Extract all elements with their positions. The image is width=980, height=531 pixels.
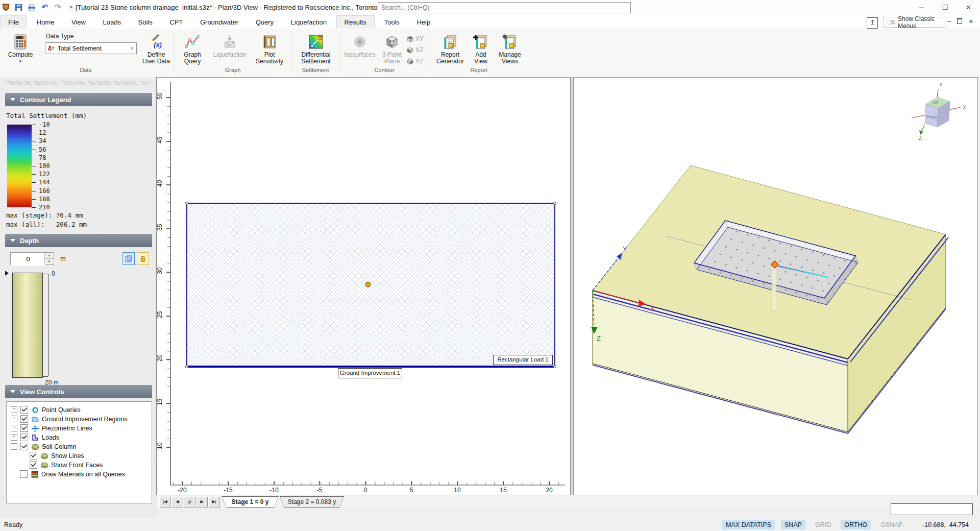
print-button[interactable]	[26, 0, 37, 14]
menu-view[interactable]: View	[64, 16, 93, 29]
toggle-osnap[interactable]: OSNAP	[877, 520, 906, 529]
checkbox[interactable]	[30, 452, 37, 460]
view-cube[interactable]: Top Front X Y Z	[912, 82, 966, 141]
checkbox[interactable]	[20, 415, 28, 423]
tree-item-piezometric-lines[interactable]: + Piezometric Lines	[11, 424, 92, 432]
search-input[interactable]	[378, 2, 631, 13]
redo-button[interactable]: ↷	[53, 0, 64, 14]
three-point-plane-icon	[380, 32, 404, 52]
panel-grip-handle[interactable]	[5, 81, 151, 85]
save-button[interactable]	[13, 0, 24, 14]
load-annotation[interactable]: Rectangular Load 1	[493, 355, 553, 365]
checkbox[interactable]	[20, 443, 28, 450]
menu-loads[interactable]: Loads	[95, 16, 128, 29]
menu-help[interactable]: Help	[409, 16, 438, 29]
checkbox[interactable]	[20, 433, 28, 441]
view-controls-header[interactable]: View Controls	[5, 385, 152, 398]
spin-down-button[interactable]: ▼	[45, 259, 54, 264]
plan-view-canvas[interactable]: 50 45 40 35 30 25 20 15 10 -20 -15 -10 -…	[156, 77, 571, 495]
show-classic-menus-button[interactable]: Show Classic Menus	[883, 17, 946, 28]
checkbox[interactable]	[20, 424, 28, 432]
legend-tick: 210	[39, 204, 50, 211]
minimize-button[interactable]: ─	[910, 0, 933, 15]
checkbox[interactable]	[20, 470, 28, 478]
improvement-annotation[interactable]: Ground Improvement 1	[338, 368, 402, 378]
mdi-restore-button[interactable]	[955, 18, 964, 25]
menu-results[interactable]: Results	[336, 15, 375, 29]
add-view-button[interactable]: AddView	[469, 32, 493, 69]
menu-home[interactable]: Home	[29, 16, 62, 29]
tree-item-show-lines[interactable]: Show Lines	[30, 451, 84, 460]
checkbox[interactable]	[30, 461, 37, 469]
tree-item-soil-column[interactable]: − Soil Column	[11, 442, 76, 451]
menu-query[interactable]: Query	[248, 16, 281, 29]
depth-marker-icon[interactable]	[5, 271, 9, 276]
pin-ribbon-icon[interactable]: ↥	[867, 17, 878, 29]
liquefaction-button: Liquefaction	[210, 32, 249, 69]
report-generator-button[interactable]: ReportGenerator	[434, 32, 467, 69]
tree-item-draw-materials[interactable]: Draw Materials on all Queries	[20, 470, 125, 478]
tab-stage-1[interactable]: Stage 1 = 0 y	[222, 496, 279, 508]
menu-cpt[interactable]: CPT	[162, 16, 190, 29]
point-query-icon	[31, 406, 39, 414]
load-region[interactable]	[187, 203, 555, 367]
menu-tools[interactable]: Tools	[377, 16, 407, 29]
previous-stage-button[interactable]: ◀	[172, 497, 183, 508]
legend-tick: 12	[39, 129, 46, 136]
spin-up-button[interactable]: ▲	[45, 253, 54, 259]
menu-soils[interactable]: Soils	[131, 16, 160, 29]
expand-icon[interactable]: +	[11, 425, 17, 431]
depth-spinner[interactable]: ▲ ▼	[10, 252, 54, 265]
plane-buttons-stack: XY XZ YZ	[406, 33, 424, 67]
tree-item-loads[interactable]: + Loads	[11, 433, 59, 442]
contour-legend-header[interactable]: Contour Legend	[5, 93, 152, 106]
tree-item-show-front-faces[interactable]: Show Front Faces	[30, 461, 103, 469]
collapse-minus-icon[interactable]: −	[11, 443, 17, 450]
depth-header[interactable]: Depth	[5, 234, 152, 247]
depth-lock-button[interactable]	[137, 252, 149, 265]
toggle-grid[interactable]: GRID	[812, 520, 835, 529]
soil-column-preview[interactable]	[12, 273, 43, 378]
expand-icon[interactable]: +	[11, 406, 17, 413]
group-separator	[430, 32, 430, 74]
data-type-combobox[interactable]: δT Total Settlement ˅	[45, 42, 137, 54]
depth-follow-button[interactable]	[122, 252, 135, 265]
define-user-data-button[interactable]: (x) DefineUser Data	[141, 32, 172, 69]
toggle-max-datatips[interactable]: MAX DATATIPS	[722, 520, 775, 529]
query-point[interactable]	[366, 282, 371, 287]
checkbox[interactable]	[20, 406, 28, 414]
compute-dropdown-arrow[interactable]: ▼	[4, 58, 37, 65]
tree-item-ground-improvement-regions[interactable]: + Ground Improvement Regions	[11, 415, 127, 423]
menu-groundwater[interactable]: Groundwater	[192, 16, 246, 29]
classic-menus-toggle[interactable]	[887, 20, 895, 25]
graph-query-button[interactable]: GraphQuery	[178, 32, 207, 69]
stage-number-button[interactable]: #	[184, 497, 195, 508]
depth-value-input[interactable]	[11, 253, 45, 266]
svg-text:45: 45	[157, 136, 163, 143]
toggle-snap[interactable]: SNAP	[781, 520, 805, 529]
three-d-view-canvas[interactable]: X Y Z Top Front X Y Z	[573, 77, 978, 495]
tab-stage-2[interactable]: Stage 2 = 0.083 y	[280, 496, 344, 508]
menu-liquefaction[interactable]: Liquefaction	[283, 16, 334, 29]
differential-settlement-button[interactable]: DifferentialSettlement	[295, 32, 337, 69]
expand-icon[interactable]: +	[11, 416, 17, 422]
mdi-minimize-button[interactable]: ─	[945, 18, 953, 25]
svg-text:0: 0	[364, 487, 368, 494]
ribbon-group-settlement: Settlement	[285, 67, 346, 73]
compute-button[interactable]: Compute▼	[4, 32, 37, 69]
tree-item-point-queries[interactable]: + Point Queries	[11, 405, 81, 414]
region-icon	[31, 416, 39, 423]
mdi-close-button[interactable]: ✕	[967, 18, 975, 25]
menu-file[interactable]: File	[0, 15, 27, 29]
undo-button[interactable]: ↶	[39, 0, 51, 14]
expand-icon[interactable]: +	[11, 434, 17, 441]
manage-views-button[interactable]: ManageViews	[495, 32, 525, 69]
soil-column-icon	[40, 462, 48, 469]
toggle-ortho[interactable]: ORTHO	[841, 520, 871, 529]
maximize-button[interactable]: ☐	[934, 0, 957, 15]
first-stage-button[interactable]: |◀	[159, 497, 171, 508]
close-button[interactable]: ✕	[957, 0, 980, 15]
last-stage-button[interactable]: ▶|	[208, 497, 220, 508]
next-stage-button[interactable]: ▶	[196, 497, 208, 508]
plot-sensitivity-button[interactable]: PlotSensitivity	[251, 32, 288, 69]
